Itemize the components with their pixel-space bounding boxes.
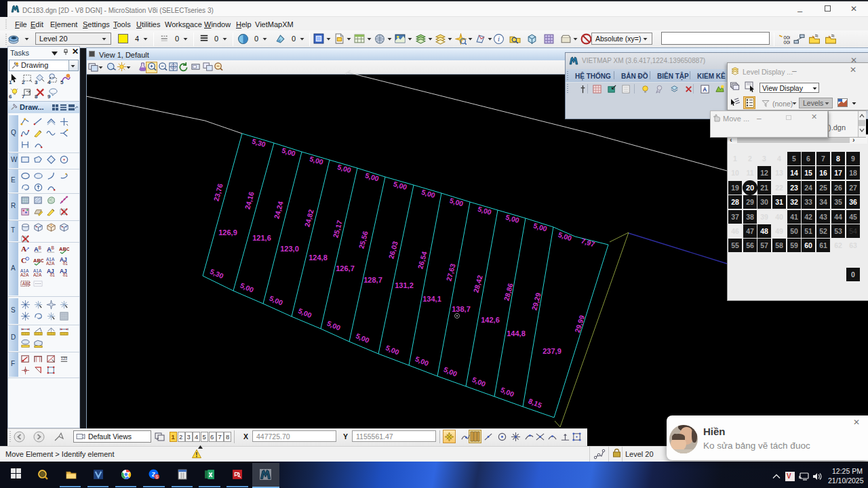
svg-text:ABC: ABC: [22, 281, 31, 286]
svg-text:δ1: δ1: [50, 272, 56, 277]
svg-text:5,00: 5,00: [297, 306, 313, 319]
svg-text:124,8: 124,8: [309, 253, 328, 262]
svg-text:144,8: 144,8: [507, 329, 526, 338]
svg-text:5,00: 5,00: [505, 213, 520, 224]
svg-text:5,00: 5,00: [414, 354, 430, 367]
svg-text:5,00: 5,00: [471, 375, 487, 388]
svg-text:28,42: 28,42: [471, 274, 484, 293]
svg-text:5,00: 5,00: [449, 196, 465, 207]
svg-text:5,00: 5,00: [355, 331, 371, 344]
svg-text:5,00: 5,00: [557, 230, 573, 243]
svg-text:C: C: [21, 256, 26, 264]
svg-text:24,16: 24,16: [243, 190, 255, 210]
svg-text:24,82: 24,82: [302, 208, 315, 228]
svg-text:A2A: A2A: [46, 261, 55, 266]
svg-text:5,00: 5,00: [336, 163, 352, 174]
svg-text:5,00: 5,00: [499, 386, 515, 399]
svg-text:5,00: 5,00: [393, 180, 408, 191]
svg-text:121,6: 121,6: [252, 234, 271, 242]
svg-text:5,00: 5,00: [281, 146, 296, 157]
svg-text:5,00: 5,00: [239, 281, 255, 294]
svg-text:27,63: 27,63: [444, 262, 456, 282]
svg-text:29,99: 29,99: [573, 314, 586, 333]
svg-text:B: B: [52, 245, 55, 250]
svg-text:237,9: 237,9: [542, 347, 561, 355]
svg-text:26,03: 26,03: [387, 240, 399, 260]
svg-text:23,76: 23,76: [212, 182, 224, 202]
svg-text:142,6: 142,6: [481, 316, 500, 324]
svg-text:7,97: 7,97: [580, 237, 596, 248]
svg-text:5,00: 5,00: [309, 155, 324, 166]
svg-text:123: 123: [61, 357, 67, 361]
svg-text:126,9: 126,9: [218, 228, 237, 237]
svg-text:123,0: 123,0: [280, 245, 299, 253]
svg-text:B: B: [39, 245, 42, 250]
svg-text:5,00: 5,00: [384, 344, 401, 357]
svg-text:5,00: 5,00: [477, 205, 492, 216]
svg-text:5,30: 5,30: [251, 137, 267, 148]
svg-text:5,00: 5,00: [326, 319, 342, 332]
svg-text:A2A: A2A: [33, 272, 42, 277]
svg-text:5,00: 5,00: [442, 365, 458, 378]
svg-text:128,7: 128,7: [363, 276, 382, 284]
svg-text:5,00: 5,00: [532, 221, 548, 232]
svg-text:A: A: [21, 245, 27, 253]
svg-text:138,7: 138,7: [452, 305, 471, 313]
svg-text:S: S: [155, 474, 158, 479]
svg-text:24,24: 24,24: [272, 200, 284, 220]
svg-text:131,2: 131,2: [395, 281, 414, 289]
svg-text:8,15: 8,15: [527, 396, 543, 409]
svg-text:δ1: δ1: [63, 261, 68, 266]
svg-text:5,30: 5,30: [209, 267, 225, 280]
svg-text:5,00: 5,00: [364, 171, 380, 182]
svg-text:26,54: 26,54: [416, 250, 428, 270]
svg-text:A2A: A2A: [20, 272, 29, 277]
svg-text:5,00: 5,00: [268, 294, 284, 307]
svg-text:25,56: 25,56: [357, 230, 369, 249]
svg-text:5,00: 5,00: [420, 188, 436, 199]
svg-text:δ1: δ1: [63, 272, 68, 277]
svg-text:A: A: [703, 86, 707, 93]
svg-text:126,7: 126,7: [336, 264, 355, 272]
svg-text:134,1: 134,1: [422, 295, 441, 303]
